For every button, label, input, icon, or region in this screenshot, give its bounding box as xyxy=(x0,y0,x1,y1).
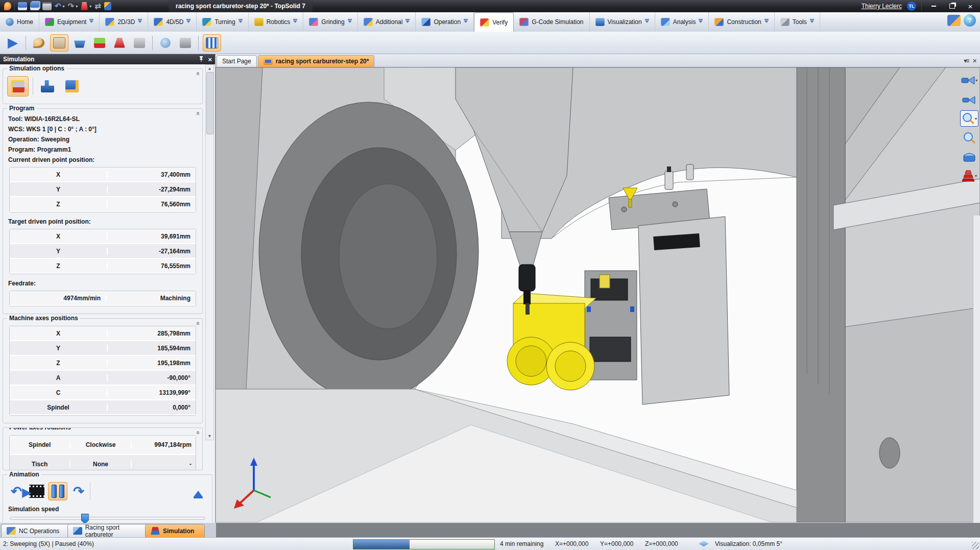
machined-part-button[interactable] xyxy=(91,35,108,51)
tab-verify[interactable]: Verify xyxy=(474,12,514,32)
undo-icon[interactable]: ↶ xyxy=(55,2,61,10)
stock-simulation-button[interactable] xyxy=(50,34,68,52)
machine-axes-table: X285,798mm Y185,594mm Z195,198mm A-90,00… xyxy=(9,326,196,416)
tab-gcode-simulation[interactable]: G-Code Simulation xyxy=(514,12,589,32)
dropdown-icon[interactable] xyxy=(464,19,468,25)
tab-analysis[interactable]: Analysis xyxy=(655,12,709,32)
tab-operation[interactable]: Operation xyxy=(416,12,474,32)
save-icon[interactable] xyxy=(18,2,27,10)
tab-start-page[interactable]: Start Page xyxy=(217,55,257,67)
box-view-icon[interactable] xyxy=(961,149,978,164)
eject-button[interactable] xyxy=(194,485,203,498)
tab-grinding[interactable]: Grinding xyxy=(303,12,357,32)
dropdown-icon[interactable] xyxy=(293,19,297,25)
tab-equipment[interactable]: Equipment xyxy=(39,12,100,32)
table-row: Z195,198mm xyxy=(10,356,196,371)
tab-nc-operations[interactable]: NC Operations xyxy=(1,524,77,537)
viewport-scrollbar[interactable] xyxy=(973,216,980,522)
print-icon[interactable] xyxy=(42,2,52,10)
toolpath-levels-icon[interactable]: ▾ xyxy=(961,168,978,183)
collapse-icon[interactable]: » xyxy=(194,431,201,435)
dropdown-icon[interactable] xyxy=(810,19,814,25)
bottom-tab-bar: NC Operations Racing sport carburetor Si… xyxy=(0,523,980,537)
zoom-window-icon[interactable] xyxy=(961,130,978,146)
gray-part-button[interactable] xyxy=(177,35,194,51)
tab-visualization[interactable]: Visualization xyxy=(590,12,655,32)
named-view-icon[interactable]: ▾ xyxy=(961,73,978,88)
collapse-icon[interactable]: » xyxy=(194,112,201,115)
dropdown-icon[interactable] xyxy=(89,19,93,25)
dropdown-icon[interactable] xyxy=(186,19,190,25)
visualization-layers-icon[interactable] xyxy=(699,541,709,548)
axes-histogram-button[interactable] xyxy=(203,34,221,52)
collapse-icon[interactable]: » xyxy=(194,322,201,325)
coord-z: Z=+000,000 xyxy=(645,540,678,547)
ribbon-tab-bar: Home Equipment 2D/3D 4D/5D Turning Robot… xyxy=(0,12,980,32)
tab-robotics[interactable]: Robotics xyxy=(249,12,304,32)
camera-view-icon[interactable] xyxy=(961,91,978,107)
delete-steps-icon[interactable] xyxy=(81,2,88,10)
workpiece-tray-button[interactable] xyxy=(71,35,88,51)
pin-icon[interactable] xyxy=(199,56,204,63)
dropdown-icon[interactable] xyxy=(405,19,410,25)
viewport-3d[interactable]: ▾ ▾ ▾ xyxy=(216,67,980,522)
tab-home[interactable]: Home xyxy=(0,12,39,32)
material-palette-icon[interactable] xyxy=(30,35,47,51)
tab-simulation[interactable]: Simulation xyxy=(145,524,205,537)
fixture-yellow-knob xyxy=(600,275,610,288)
tab-2d3d[interactable]: 2D/3D xyxy=(100,12,148,32)
redo-dropdown-icon[interactable]: ▾ xyxy=(76,4,78,9)
collision-detection-option[interactable] xyxy=(62,77,82,96)
dropdown-icon[interactable] xyxy=(238,19,243,25)
simulation-speed-label: Simulation speed xyxy=(5,503,210,514)
machine-simulation-option[interactable] xyxy=(37,77,58,96)
redo-icon[interactable]: ↷ xyxy=(68,2,75,10)
tab-racing-sport-carburetor[interactable]: Racing sport carburetor xyxy=(67,524,154,537)
user-avatar[interactable]: TL xyxy=(907,2,916,11)
construction-icon xyxy=(714,18,724,26)
scrollbar-thumb[interactable] xyxy=(206,72,214,134)
dropdown-icon[interactable] xyxy=(138,19,142,25)
resize-grip[interactable] xyxy=(972,542,979,549)
pause-button[interactable] xyxy=(48,482,67,500)
minimize-button[interactable] xyxy=(927,2,940,11)
export-icon[interactable] xyxy=(104,2,111,10)
toolpath-steps-button[interactable] xyxy=(111,35,128,51)
user-name-link[interactable]: Thierry Leclerc xyxy=(862,3,902,10)
scroll-up-icon[interactable]: ▲ xyxy=(207,65,212,72)
wizard-icon[interactable] xyxy=(947,15,961,26)
tab-additional[interactable]: Additional xyxy=(358,12,416,32)
coord-x: X=+000,000 xyxy=(555,540,588,547)
sync-icon[interactable]: ⇄ xyxy=(94,2,101,10)
undo-dropdown-icon[interactable]: ▾ xyxy=(63,4,65,9)
dropdown-icon[interactable] xyxy=(645,19,649,25)
tab-4d5d[interactable]: 4D/5D xyxy=(148,12,197,32)
zoom-tool-icon[interactable]: ▾ xyxy=(960,110,978,127)
visualization-setting[interactable]: Visualization: 0,05mm 5° xyxy=(715,540,782,547)
tab-turning[interactable]: Turning xyxy=(197,12,248,32)
delete-dropdown-icon[interactable]: ▾ xyxy=(89,4,91,9)
play-simulation-button[interactable]: ▶ xyxy=(4,35,21,51)
panel-scrollbar[interactable]: ▲ ▼ xyxy=(205,64,214,440)
verify-zoom-button[interactable] xyxy=(157,35,174,51)
close-button[interactable]: × xyxy=(964,2,977,11)
tab-tools[interactable]: Tools xyxy=(775,12,820,32)
collision-cube-button[interactable] xyxy=(131,35,148,51)
restore-button[interactable] xyxy=(945,2,959,11)
play-animation-button[interactable]: ▶ xyxy=(28,483,46,500)
close-document-icon[interactable]: × xyxy=(972,56,977,65)
document-tab-bar: Start Page racing sport carburetor-step … xyxy=(216,54,980,67)
scroll-down-icon[interactable]: ▼ xyxy=(207,433,212,440)
dropdown-icon[interactable] xyxy=(764,19,769,25)
stock-removal-option[interactable] xyxy=(7,76,29,97)
help-icon[interactable]: ? xyxy=(964,14,976,27)
panel-close-icon[interactable]: × xyxy=(208,56,212,63)
collapse-icon[interactable]: » xyxy=(194,72,201,76)
tab-active-document[interactable]: racing sport carburetor-step 20* xyxy=(258,55,375,67)
dropdown-icon[interactable] xyxy=(699,19,703,25)
tab-construction[interactable]: Construction xyxy=(709,12,774,32)
step-forward-button[interactable]: ↷ xyxy=(69,483,88,500)
tab-list-icon[interactable]: ▾≡ xyxy=(964,57,968,64)
save-all-icon[interactable] xyxy=(30,2,39,10)
dropdown-icon[interactable] xyxy=(348,19,352,25)
